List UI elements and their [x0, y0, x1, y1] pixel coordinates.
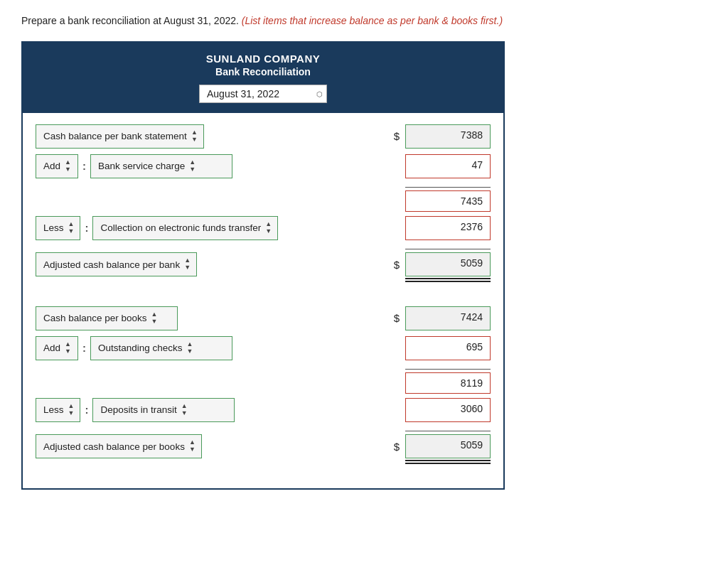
bank-add-colon: :: [82, 160, 86, 172]
books-add-row: Add ▲▼ : Outstanding checks ▲▼ 695: [36, 336, 491, 360]
bank-add-arrows[interactable]: ▲▼: [65, 159, 71, 173]
books-add-item-value[interactable]: 695: [405, 336, 491, 360]
section-spacer: [36, 289, 491, 306]
recon-header: SUNLAND COMPANY Bank Reconciliation Augu…: [23, 43, 503, 113]
bank-less-item-value[interactable]: 2376: [405, 216, 491, 240]
bank-balance-label: Cash balance per bank statement: [43, 131, 187, 141]
books-add-item-arrows[interactable]: ▲▼: [187, 341, 193, 355]
instruction-text: Prepare a bank reconciliation at August …: [21, 14, 707, 28]
bank-adjusted-select[interactable]: Adjusted cash balance per bank ▲▼: [36, 252, 197, 276]
books-balance-label: Cash balance per books: [43, 313, 147, 323]
bank-less-item-label: Collection on electronic funds transfer: [100, 222, 261, 233]
books-adjusted-select[interactable]: Adjusted cash balance per books ▲▼: [36, 434, 202, 458]
books-less-arrows[interactable]: ▲▼: [68, 403, 75, 417]
books-adjusted-bottom-divider1: [405, 460, 491, 461]
bank-less-arrows[interactable]: ▲▼: [68, 221, 75, 235]
books-subtotal-divider: [405, 369, 491, 370]
books-adjusted-bottom-divider2: [405, 463, 491, 464]
bank-adjusted-row: Adjusted cash balance per bank ▲▼ $ 5059: [36, 246, 491, 284]
bank-adjusted-bottom-divider1: [405, 278, 491, 279]
books-subtotal-value[interactable]: 8119: [405, 372, 491, 394]
bank-less-item-arrows[interactable]: ▲▼: [265, 221, 272, 235]
bank-less-item-select[interactable]: Collection on electronic funds transfer …: [92, 216, 278, 240]
bank-adjusted-value[interactable]: 5059: [405, 252, 491, 276]
books-less-item-arrows[interactable]: ▲▼: [181, 403, 188, 417]
books-less-label: Less: [43, 404, 64, 415]
bank-less-label: Less: [43, 222, 64, 233]
books-less-colon: :: [85, 404, 88, 416]
date-select-wrapper[interactable]: August 31, 2022: [199, 85, 327, 103]
books-less-row: Less ▲▼ : Deposits in transit ▲▼ 3060: [36, 398, 491, 422]
books-less-item-select[interactable]: Deposits in transit ▲▼: [92, 398, 235, 422]
books-balance-row: Cash balance per books ▲▼ $ 7424: [36, 306, 491, 330]
bank-balance-row: Cash balance per bank statement ▲▼ $ 738…: [36, 124, 491, 149]
books-adjusted-arrows[interactable]: ▲▼: [189, 439, 196, 453]
bank-add-item-label: Bank service charge: [98, 161, 185, 171]
books-add-label: Add: [43, 343, 60, 353]
bottom-spacer: [36, 471, 491, 481]
bank-adjusted-arrows[interactable]: ▲▼: [184, 257, 191, 271]
books-balance-select[interactable]: Cash balance per books ▲▼: [36, 306, 178, 330]
bank-subtotal-row: 7435: [36, 184, 491, 212]
books-balance-value[interactable]: 7424: [405, 306, 491, 330]
bank-add-item-select[interactable]: Bank service charge ▲▼: [90, 154, 232, 178]
books-adjusted-top-divider: [405, 431, 491, 431]
books-add-arrows[interactable]: ▲▼: [65, 341, 71, 355]
books-add-item-label: Outstanding checks: [98, 343, 183, 353]
bank-adjusted-label: Adjusted cash balance per bank: [43, 259, 180, 270]
books-less-select[interactable]: Less ▲▼: [36, 398, 80, 422]
books-add-item-select[interactable]: Outstanding checks ▲▼: [90, 336, 232, 360]
date-select[interactable]: August 31, 2022: [199, 85, 327, 103]
books-adjusted-row: Adjusted cash balance per books ▲▼ $ 505…: [36, 428, 491, 466]
books-less-item-value[interactable]: 3060: [405, 398, 491, 422]
bank-add-item-arrows[interactable]: ▲▼: [189, 159, 196, 173]
bank-adjusted-dollar: $: [394, 259, 400, 271]
books-adjusted-label: Adjusted cash balance per books: [43, 441, 185, 452]
books-adjusted-dollar: $: [394, 441, 400, 453]
bank-adjusted-bottom-divider2: [405, 281, 491, 282]
instruction-italic: (List items that increase balance as per…: [242, 15, 503, 26]
books-adjusted-value[interactable]: 5059: [405, 434, 491, 458]
recon-body: Cash balance per bank statement ▲▼ $ 738…: [23, 113, 503, 488]
bank-add-label: Add: [43, 161, 60, 171]
bank-adjusted-top-divider: [405, 249, 491, 249]
bank-balance-value[interactable]: 7388: [405, 124, 491, 149]
instruction-main: Prepare a bank reconciliation at August …: [21, 15, 239, 26]
bank-subtotal-value[interactable]: 7435: [405, 190, 491, 212]
books-less-item-label: Deposits in transit: [100, 404, 176, 415]
bank-less-select[interactable]: Less ▲▼: [36, 216, 80, 240]
company-name: SUNLAND COMPANY: [30, 53, 496, 65]
books-subtotal-row: 8119: [36, 366, 491, 394]
bank-add-select[interactable]: Add ▲▼: [36, 154, 78, 178]
books-add-select[interactable]: Add ▲▼: [36, 336, 78, 360]
reconciliation-container: SUNLAND COMPANY Bank Reconciliation Augu…: [21, 41, 505, 490]
bank-add-row: Add ▲▼ : Bank service charge ▲▼ 47: [36, 154, 491, 178]
books-balance-dollar: $: [394, 312, 400, 324]
bank-balance-arrows[interactable]: ▲▼: [191, 129, 198, 144]
bank-balance-dollar: $: [394, 130, 400, 142]
bank-less-row: Less ▲▼ : Collection on electronic funds…: [36, 216, 491, 240]
books-add-colon: :: [82, 342, 86, 354]
bank-add-item-value[interactable]: 47: [405, 154, 491, 178]
bank-less-colon: :: [85, 222, 88, 234]
books-balance-arrows[interactable]: ▲▼: [151, 311, 158, 325]
bank-balance-select[interactable]: Cash balance per bank statement ▲▼: [36, 124, 204, 149]
bank-subtotal-divider: [405, 187, 491, 188]
doc-title: Bank Reconciliation: [30, 66, 496, 77]
